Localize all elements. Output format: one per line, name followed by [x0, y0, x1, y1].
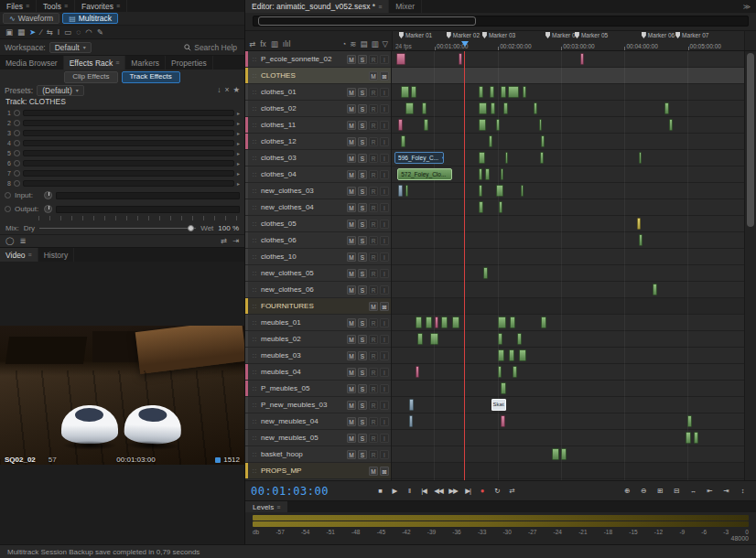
solo-button[interactable]: S — [358, 417, 367, 426]
audio-clip[interactable] — [669, 119, 672, 131]
audio-clip[interactable] — [498, 349, 504, 361]
zoom-to-out-point-button[interactable]: ⇥ — [719, 486, 732, 496]
audio-clip[interactable] — [417, 333, 423, 345]
track-header-clothes[interactable]: ∷CLOTHESM⊠ — [245, 68, 391, 84]
stop-button[interactable]: ■ — [373, 486, 386, 496]
tab-markers[interactable]: Markers — [125, 56, 166, 70]
audio-clip[interactable] — [505, 152, 508, 164]
track-header-clothes-01[interactable]: ∷clothes_01MSRI — [245, 84, 391, 101]
audio-clip[interactable] — [416, 317, 422, 328]
mute-button[interactable]: M — [347, 170, 356, 179]
track-header-clothes-04[interactable]: ∷clothes_04MSRI — [245, 166, 391, 183]
track-header-meubles-04[interactable]: ∷meubles_04MSRI — [245, 364, 391, 381]
drag-handle-icon[interactable]: ∷ — [251, 204, 258, 210]
solo-button[interactable]: S — [358, 220, 367, 229]
clip-effects-icon[interactable]: fx — [260, 40, 266, 48]
mix-slider[interactable] — [39, 223, 196, 232]
arm-record-button[interactable]: R — [369, 417, 378, 426]
track-header-p-meubles-05[interactable]: ∷P_meubles_05MSRI — [245, 381, 391, 397]
audio-clip[interactable] — [479, 201, 483, 213]
zoom-in-time-button[interactable]: ⊕ — [621, 486, 633, 496]
audio-clip[interactable] — [485, 168, 490, 180]
mute-button[interactable]: M — [347, 335, 356, 344]
monitor-input-button[interactable]: I — [380, 220, 389, 229]
tab-video[interactable]: Video≡ — [0, 248, 38, 262]
audio-clip[interactable] — [501, 86, 506, 98]
loop-playback-button[interactable]: ↻ — [491, 486, 503, 496]
tab-properties[interactable]: Properties — [166, 56, 213, 70]
mute-button[interactable]: M — [347, 285, 356, 295]
track-header-clothes-12[interactable]: ∷clothes_12MSRI — [245, 134, 391, 150]
monitor-input-button[interactable]: I — [380, 285, 389, 295]
time-display-icon[interactable]: ◔ — [341, 40, 346, 48]
monitor-input-button[interactable]: I — [380, 170, 389, 179]
effect-slot-field[interactable] — [23, 140, 234, 146]
audio-clip[interactable] — [424, 119, 428, 131]
chevron-right-icon[interactable]: ▸ — [237, 170, 240, 177]
track-lane-meubles-04[interactable] — [392, 364, 744, 381]
monitor-column-icon[interactable]: ▥ — [371, 40, 378, 48]
drag-handle-icon[interactable]: ∷ — [251, 56, 258, 62]
subtab-clip-effects[interactable]: Clip Effects — [64, 71, 117, 83]
rewind-button[interactable]: ◀◀ — [432, 486, 445, 496]
timeline-marker[interactable]: Marker 07 — [675, 32, 708, 38]
audio-clip[interactable] — [422, 102, 426, 114]
zoom-to-in-point-button[interactable]: ⇤ — [703, 486, 716, 496]
tab-history[interactable]: History — [38, 248, 74, 262]
audio-clip[interactable] — [401, 135, 405, 147]
arm-record-button[interactable]: R — [369, 351, 378, 360]
audio-clip[interactable] — [541, 317, 545, 328]
mute-button[interactable]: M — [347, 269, 356, 278]
drag-handle-icon[interactable]: ∷ — [251, 418, 258, 424]
track-header-basket-hoop[interactable]: ∷basket_hoopMSRI — [245, 446, 391, 463]
marquee-selection-tool-icon[interactable]: ▭ — [64, 28, 71, 37]
vertical-scrollbar[interactable] — [744, 51, 756, 480]
mute-button[interactable]: M — [369, 467, 378, 476]
arm-record-button[interactable]: R — [369, 220, 378, 229]
audio-clip[interactable] — [479, 86, 483, 98]
drag-handle-icon[interactable]: ∷ — [251, 138, 258, 145]
zoom-to-selection-button[interactable]: ↔ — [686, 486, 699, 496]
panel-menu-icon[interactable]: ≡ — [64, 3, 68, 9]
lasso-selection-tool-icon[interactable]: ◌ — [76, 28, 81, 37]
audio-clip[interactable] — [521, 185, 524, 197]
track-lane-p-ecole-sonnette-02[interactable] — [392, 51, 744, 68]
zoom-in-vertical-button[interactable]: ⊞ — [653, 486, 666, 496]
audio-clip[interactable] — [580, 53, 584, 65]
mute-button[interactable]: M — [347, 351, 356, 360]
solo-button[interactable]: S — [358, 170, 367, 179]
mute-button[interactable]: M — [347, 368, 356, 377]
output-gain-knob[interactable] — [44, 205, 52, 213]
pencil-tool-icon[interactable]: ✎ — [97, 28, 103, 37]
audio-clip[interactable] — [430, 333, 437, 345]
track-header-meubles-01[interactable]: ∷meubles_01MSRI — [245, 315, 391, 331]
solo-button[interactable]: S — [358, 55, 367, 64]
drag-handle-icon[interactable]: ∷ — [251, 451, 258, 457]
timeline-marker[interactable]: Marker 02 — [447, 32, 480, 38]
search-help[interactable]: Search Help — [184, 43, 240, 52]
monitor-input-button[interactable]: I — [380, 203, 389, 212]
track-lane-clothes-06[interactable] — [392, 232, 744, 249]
filter-tracks-icon[interactable]: ▽ — [382, 40, 388, 48]
drag-handle-icon[interactable]: ∷ — [251, 72, 258, 79]
track-header-p-new-meubles-03[interactable]: ∷P_new_meubles_03MSRI — [245, 397, 391, 413]
menu-tab-favorites[interactable]: Favorites≡ — [75, 0, 127, 12]
track-header-new-clothes-04[interactable]: ∷new_clothes_04MSRI — [245, 199, 391, 216]
playhead-head-icon[interactable] — [461, 41, 469, 50]
rack-power-button[interactable]: ◯ — [5, 237, 15, 245]
solo-button[interactable]: S — [358, 434, 367, 443]
track-header-clothes-10[interactable]: ∷clothes_10MSRI — [245, 249, 391, 265]
pre-render-icon[interactable]: ⇄ — [221, 237, 227, 245]
track-lane-clothes-01[interactable] — [392, 84, 744, 101]
audio-clip[interactable] — [501, 168, 503, 180]
audio-clip[interactable] — [396, 53, 405, 65]
zoom-out-vertical-button[interactable]: ⊟ — [670, 486, 683, 496]
audio-clip[interactable] — [639, 152, 642, 164]
metering-icon[interactable]: ılıl — [283, 40, 291, 48]
fast-forward-button[interactable]: ▶▶ — [447, 486, 459, 496]
arm-record-button[interactable]: R — [369, 252, 378, 262]
monitor-input-button[interactable]: I — [380, 88, 389, 97]
arm-record-button[interactable]: R — [369, 269, 378, 278]
panel-menu-icon[interactable]: ≡ — [28, 252, 32, 258]
monitor-input-button[interactable]: I — [380, 450, 389, 459]
